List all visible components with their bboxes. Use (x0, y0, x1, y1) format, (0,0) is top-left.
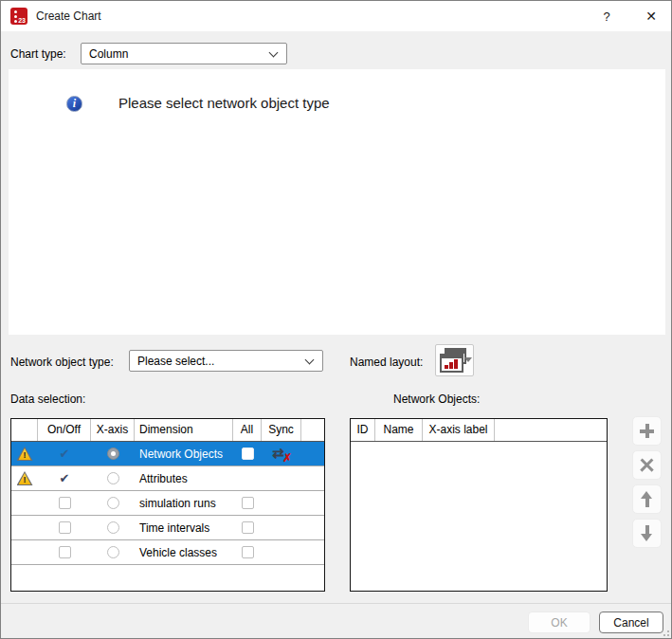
on-off-checkbox[interactable] (59, 546, 71, 558)
chevron-down-icon (269, 47, 279, 57)
app-icon: 23 (10, 8, 27, 25)
help-button[interactable]: ? (585, 1, 628, 31)
col-x-axis: X-axis (91, 419, 135, 441)
title-bar: 23 Create Chart ? ✕ (1, 1, 671, 31)
col-sync: Sync (262, 419, 301, 441)
dimension-label: Attributes (135, 466, 233, 490)
data-selection-header: On/Off X-axis Dimension All Sync (11, 419, 324, 442)
col-x-axis-label: X-axis label (423, 419, 495, 441)
info-message: Please select network object type (118, 95, 330, 111)
col-icon (11, 419, 38, 441)
dropdown-arrow-icon (464, 357, 472, 362)
network-objects-header: ID Name X-axis label (351, 419, 607, 442)
delete-button[interactable] (632, 450, 662, 480)
table-row-time-intervals[interactable]: Time intervals (11, 516, 324, 540)
all-checkbox[interactable] (242, 497, 254, 509)
dimension-label: Time intervals (135, 516, 233, 539)
table-row-attributes[interactable]: ✔ Attributes (11, 466, 324, 491)
network-object-type-value: Please select... (137, 355, 214, 368)
network-object-type-label: Network object type: (10, 356, 114, 369)
move-up-button[interactable] (632, 484, 662, 514)
chart-type-label: Chart type: (10, 47, 66, 61)
footer-divider (1, 603, 672, 604)
data-selection-label: Data selection: (10, 393, 85, 406)
network-objects-label: Network Objects: (393, 393, 480, 406)
chart-type-value: Column (89, 47, 128, 61)
chart-type-combobox[interactable]: Column (81, 43, 287, 64)
window-title: Create Chart (36, 9, 101, 23)
col-dimension: Dimension (135, 419, 233, 441)
table-row-network-objects[interactable]: ✔ Network Objects ⇄ ✗ (11, 442, 324, 466)
x-axis-radio[interactable] (107, 546, 119, 558)
col-on-off: On/Off (38, 419, 91, 441)
cancel-button[interactable]: Cancel (599, 612, 663, 633)
close-icon[interactable]: ✕ (629, 1, 672, 31)
on-off-checkbox[interactable] (59, 497, 71, 509)
create-chart-dialog: 23 Create Chart ? ✕ Chart type: Column i… (0, 0, 672, 639)
x-axis-radio[interactable] (107, 447, 119, 460)
named-layout-button[interactable] (435, 344, 474, 376)
network-object-type-combobox[interactable]: Please select... (129, 350, 323, 372)
preview-panel: i Please select network object type (9, 69, 665, 335)
x-axis-radio[interactable] (107, 521, 119, 534)
table-row-vehicle-classes[interactable]: Vehicle classes (11, 540, 324, 565)
table-row-simulation-runs[interactable]: simulation runs (11, 491, 324, 516)
col-empty (495, 419, 607, 441)
chevron-down-icon (305, 355, 315, 364)
col-name: Name (375, 419, 423, 441)
all-checkbox[interactable] (242, 447, 254, 460)
x-axis-radio[interactable] (107, 472, 119, 484)
on-off-checkmark[interactable]: ✔ (60, 472, 70, 484)
warning-icon (17, 447, 33, 461)
all-checkbox[interactable] (242, 546, 254, 558)
on-off-checkbox[interactable] (59, 521, 71, 534)
info-icon: i (66, 96, 82, 112)
data-selection-table: On/Off X-axis Dimension All Sync ✔ Netwo… (10, 418, 325, 592)
all-checkbox[interactable] (242, 521, 254, 534)
dimension-label: simulation runs (135, 491, 233, 515)
app-icon-number: 23 (18, 17, 26, 24)
move-down-button[interactable] (632, 519, 662, 548)
named-layout-label: Named layout: (350, 356, 423, 369)
ok-button[interactable]: OK (528, 612, 590, 633)
on-off-checkmark[interactable]: ✔ (60, 447, 70, 460)
resize-grip[interactable] (660, 627, 669, 636)
col-all: All (233, 419, 262, 441)
add-button[interactable] (632, 416, 662, 446)
x-axis-radio[interactable] (107, 497, 119, 509)
dimension-label: Network Objects (135, 442, 233, 466)
chart-window-icon (440, 354, 463, 373)
warning-icon (17, 471, 33, 485)
sync-disabled-icon[interactable]: ⇄ ✗ (271, 446, 292, 462)
network-objects-table: ID Name X-axis label (350, 418, 608, 592)
col-extra (301, 419, 324, 441)
col-id: ID (351, 419, 375, 441)
dimension-label: Vehicle classes (135, 540, 233, 564)
